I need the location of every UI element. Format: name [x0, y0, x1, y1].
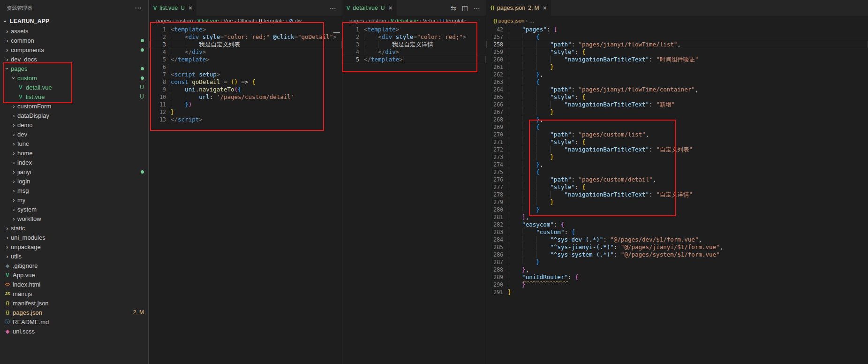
code-line[interactable]: 263 { [486, 78, 868, 86]
tree-folder-components[interactable]: ›components [0, 45, 148, 54]
tree-folder-customForm[interactable]: ›customForm [0, 101, 148, 111]
tree-folder-msg[interactable]: ›msg [0, 186, 148, 195]
tree-folder-common[interactable]: ›common [0, 36, 148, 45]
code-line[interactable]: 2 <div style="color: red;"> [342, 33, 486, 41]
code-line[interactable]: 272 "navigationBarTitleText": "自定义列表" [486, 146, 868, 153]
open-changes-icon[interactable]: ⇆ [451, 4, 456, 12]
more-actions-icon[interactable]: ⋯ [135, 4, 142, 12]
code-line[interactable]: 11 }) [149, 101, 342, 108]
tab-list.vue[interactable]: Vlist.vueU× [149, 0, 197, 15]
code-line[interactable]: 261 } [486, 63, 868, 71]
tab-detail.vue[interactable]: Vdetail.vueU× [342, 0, 397, 15]
breadcrumb-item-pages[interactable]: pages [156, 18, 171, 23]
code-line[interactable]: 267 } [486, 108, 868, 116]
tree-folder-uni_modules[interactable]: ›uni_modules [0, 233, 148, 242]
code-line[interactable]: 284 "^sys-dev-(.*)": "@/pages/dev/$1/for… [486, 236, 868, 243]
code-line[interactable]: 1<template> [149, 26, 342, 33]
code-line[interactable]: 2 <div style="color: red;" @click="goDet… [149, 33, 342, 41]
tree-folder-my[interactable]: ›my [0, 195, 148, 205]
tree-folder-assets[interactable]: ›assets [0, 26, 148, 36]
tree-file-README.md[interactable]: ⓘREADME.md [0, 317, 148, 326]
close-icon[interactable]: × [389, 4, 392, 12]
code-line[interactable]: 12} [149, 108, 342, 116]
tree-folder-demo[interactable]: ›demo [0, 120, 148, 129]
breadcrumb-item-template[interactable]: ❒template [440, 18, 467, 23]
close-icon[interactable]: × [543, 4, 547, 12]
code-line[interactable]: 6 [149, 63, 342, 71]
breadcrumb-item-custom[interactable]: custom [369, 18, 386, 23]
code-line[interactable]: 281 ], [486, 213, 868, 221]
code-line[interactable]: 278 "navigationBarTitleText": "自定义详情" [486, 191, 868, 198]
tree-file-manifest.json[interactable]: {}manifest.json [0, 298, 148, 308]
breadcrumb-item-Vetur[interactable]: Vetur [423, 18, 436, 23]
code-line[interactable]: 3 我是自定义列表 [149, 41, 342, 48]
breadcrumb-item-list.vue[interactable]: Vlist.vue [197, 18, 219, 23]
code-line[interactable]: 286 "^sys-system-(.*)": "@/pages/system/… [486, 251, 868, 258]
code-line[interactable]: 264 "path": "pages/jianyi/flowTime/conta… [486, 86, 868, 93]
breadcrumb-item-Vue - Official[interactable]: Vue - Official [223, 18, 254, 23]
breadcrumb-item-…[interactable]: … [529, 18, 535, 23]
breadcrumb-item-detail.vue[interactable]: Vdetail.vue [391, 18, 418, 23]
tree-file-list.vue[interactable]: Vlist.vueU [0, 92, 148, 101]
code-line[interactable]: 9 uni.navigateTo({ [149, 86, 342, 93]
breadcrumb-item-pages[interactable]: pages [349, 18, 364, 23]
code-line[interactable]: 3 我是自定义详情 [342, 41, 486, 48]
code-line[interactable]: 277 "style": { [486, 183, 868, 191]
tree-folder-static[interactable]: ›static [0, 223, 148, 233]
tab-pages.json[interactable]: {}pages.json2, M× [486, 0, 551, 15]
code-line[interactable]: 259 "style": { [486, 48, 868, 56]
code-line[interactable]: 283 "custom": { [486, 228, 868, 236]
tree-folder-system[interactable]: ›system [0, 205, 148, 214]
split-editor-icon[interactable]: ◫ [462, 4, 468, 12]
code-line[interactable]: 276 "path": "pages/custom/detail", [486, 176, 868, 183]
code-line[interactable]: 273 } [486, 153, 868, 161]
tree-folder-pages[interactable]: ›pages [0, 64, 148, 73]
more-icon[interactable]: ⋯ [474, 4, 480, 12]
tree-file-App.vue[interactable]: VApp.vue [0, 270, 148, 280]
code-line[interactable]: 257 { [486, 33, 868, 41]
tree-file-detail.vue[interactable]: Vdetail.vueU [0, 83, 148, 92]
code-line[interactable]: 275 { [486, 168, 868, 176]
code-line[interactable]: 280 } [486, 206, 868, 213]
code-line[interactable]: 42 "pages": [ [486, 26, 868, 33]
code-line[interactable]: 282 "easycom": { [486, 221, 868, 228]
code-line[interactable]: 265 "style": { [486, 93, 868, 101]
breadcrumb-item-custom[interactable]: custom [175, 18, 193, 23]
code-line[interactable]: 7<script setup> [149, 71, 342, 78]
close-icon[interactable]: × [189, 4, 192, 12]
tree-file-.gitignore[interactable]: ◆.gitignore [0, 261, 148, 270]
code-line[interactable]: 274 }, [486, 161, 868, 168]
breadcrumb-item-pages.json[interactable]: {}pages.json [493, 18, 524, 23]
code-line[interactable]: 288 }, [486, 266, 868, 273]
code-line[interactable]: 13</script> [149, 116, 342, 123]
code-line[interactable]: 5</template> [342, 56, 486, 63]
more-icon[interactable]: ⋯ [330, 4, 336, 12]
code-line[interactable]: 285 "^sys-jianyi-(.*)": "@/pages/jianyi/… [486, 243, 868, 251]
tree-folder-unpackage[interactable]: ›unpackage [0, 242, 148, 251]
code-line[interactable]: 4 </div> [342, 48, 486, 56]
code-line[interactable]: 5</template> [149, 56, 342, 63]
code-line[interactable]: 260 "navigationBarTitleText": "时间组件验证" [486, 56, 868, 63]
tree-folder-dev[interactable]: ›dev [0, 129, 148, 139]
code-line[interactable]: 262 }, [486, 71, 868, 78]
tree-file-index.html[interactable]: <>index.html [0, 280, 148, 289]
code-line[interactable]: 266 "navigationBarTitleText": "新增" [486, 101, 868, 108]
tree-folder-dev_docs[interactable]: ›dev_docs [0, 54, 148, 64]
breadcrumb-item-div[interactable]: ⊘div [289, 18, 302, 24]
tree-file-main.js[interactable]: JSmain.js [0, 289, 148, 298]
code-line[interactable]: 289 "uniIdRouter": { [486, 273, 868, 281]
code-line[interactable]: 258 "path": "pages/jianyi/flowTime/list"… [486, 41, 868, 48]
code-line[interactable]: 10 url: '/pages/custom/detail' [149, 93, 342, 101]
tree-file-pages.json[interactable]: {}pages.json2, M [0, 308, 148, 317]
tree-folder-workflow[interactable]: ›workflow [0, 214, 148, 223]
code-line[interactable]: 290 } [486, 281, 868, 288]
code-line[interactable]: 8const goDetail = () => { [149, 78, 342, 86]
code-line[interactable]: 291} [486, 288, 868, 296]
tree-folder-dataDisplay[interactable]: ›dataDisplay [0, 111, 148, 120]
tree-folder-func[interactable]: ›func [0, 139, 148, 148]
code-line[interactable]: 269 { [486, 123, 868, 131]
tree-folder-login[interactable]: ›login [0, 176, 148, 186]
code-line[interactable]: 268 }, [486, 116, 868, 123]
tree-folder-custom[interactable]: ›custom [0, 73, 148, 83]
tree-folder-jianyi[interactable]: ›jianyi [0, 167, 148, 176]
